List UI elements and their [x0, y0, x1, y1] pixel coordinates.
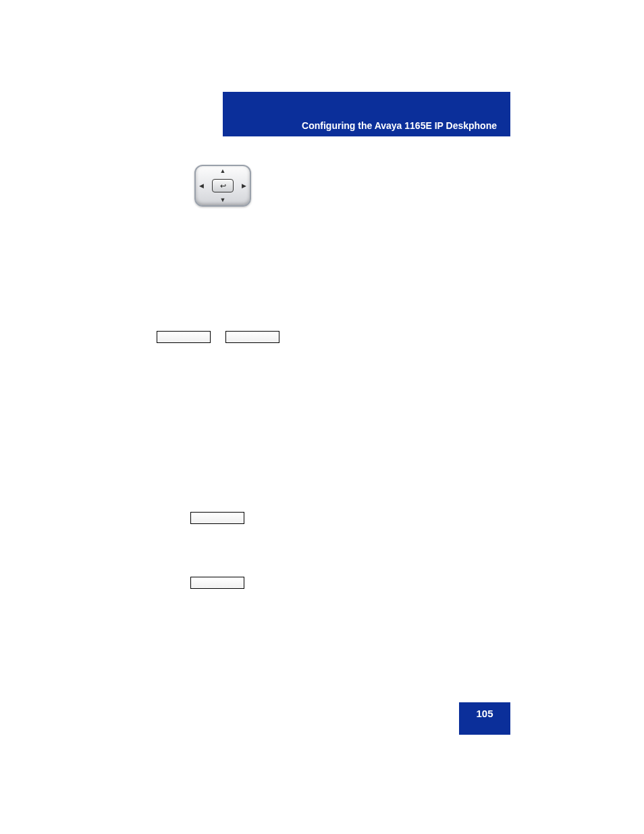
page-number: 105 — [459, 702, 510, 735]
header-bar: Configuring the Avaya 1165E IP Deskphone — [223, 92, 510, 136]
nav-enter-icon — [212, 179, 234, 192]
nav-down-icon: ▼ — [220, 197, 226, 203]
nav-up-icon: ▲ — [220, 168, 226, 174]
navigation-key-icon: ▲ ▼ ◀ ▶ — [194, 165, 251, 207]
nav-left-icon: ◀ — [199, 183, 204, 189]
softkey-icon — [157, 331, 211, 343]
softkey-icon — [190, 512, 244, 524]
softkey-row-1 — [157, 331, 279, 343]
document-page: Configuring the Avaya 1165E IP Deskphone… — [0, 0, 644, 834]
softkey-icon — [190, 577, 244, 589]
header-title: Configuring the Avaya 1165E IP Deskphone — [223, 120, 504, 131]
softkey-icon — [225, 331, 279, 343]
nav-right-icon: ▶ — [242, 183, 246, 189]
